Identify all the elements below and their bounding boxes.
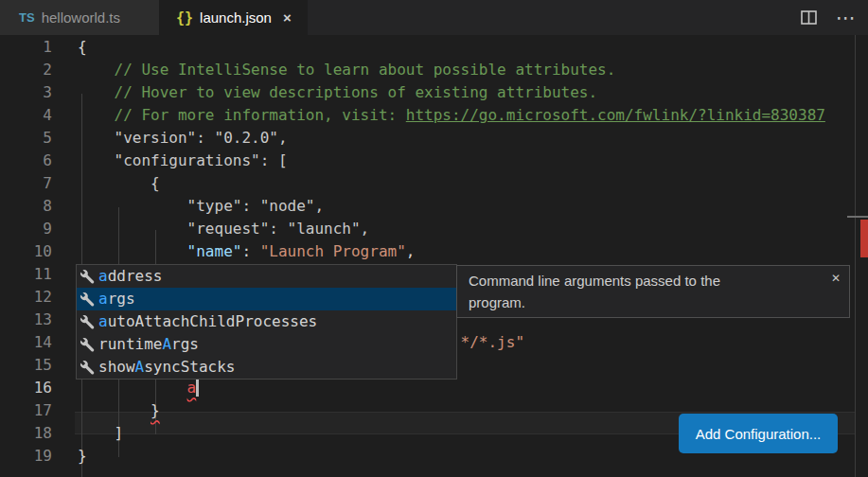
code-text: "version": "0.2.0",: [78, 127, 288, 150]
code-line-3[interactable]: 3 // Hover to view descriptions of exist…: [0, 81, 868, 104]
suggest-item-autoAttachChildProcesses[interactable]: autoAttachChildProcesses: [77, 310, 456, 333]
code-line-8[interactable]: 8 "type": "node",: [0, 195, 868, 218]
code-text: // For more information, visit: https://…: [78, 104, 825, 127]
suggest-docs: Command line arguments passed to the pro…: [456, 265, 850, 318]
code-line-1[interactable]: 1{: [0, 36, 868, 59]
line-number[interactable]: 19: [0, 445, 52, 468]
line-number[interactable]: 6: [0, 150, 52, 172]
tab-helloworld-ts[interactable]: TS helloworld.ts: [0, 0, 159, 35]
suggest-docs-text: Command line arguments passed to the pro…: [469, 270, 781, 313]
wrench-icon: [80, 292, 96, 308]
json-braces-icon: {}: [176, 9, 193, 26]
line-number[interactable]: 2: [0, 59, 52, 81]
line-number[interactable]: 3: [0, 81, 52, 104]
code-text: a: [78, 377, 199, 399]
code-line-9[interactable]: 9 "request": "launch",: [0, 218, 868, 240]
wrench-icon: [80, 360, 96, 376]
code-line-5[interactable]: 5 "version": "0.2.0",: [0, 127, 868, 150]
typescript-file-icon: TS: [19, 10, 35, 25]
add-configuration-button[interactable]: Add Configuration...: [679, 414, 838, 453]
line-number[interactable]: 15: [0, 354, 52, 377]
code-text: }: [78, 399, 160, 422]
code-text: ]: [78, 422, 123, 445]
wrench-icon: [80, 337, 96, 353]
wrench-icon: [80, 314, 96, 330]
line-number[interactable]: 8: [0, 195, 52, 218]
text-cursor: [196, 379, 199, 397]
editor-pane[interactable]: 1{2 // Use IntelliSense to learn about p…: [0, 35, 868, 477]
code-text: "request": "launch",: [78, 218, 369, 240]
line-number[interactable]: 9: [0, 218, 52, 240]
tab-label: helloworld.ts: [42, 9, 120, 26]
line-number[interactable]: 12: [0, 286, 52, 309]
code-text: }: [78, 445, 87, 468]
suggest-item-runtimeArgs[interactable]: runtimeArgs: [77, 333, 456, 356]
overview-ruler[interactable]: [855, 35, 856, 477]
line-number[interactable]: 13: [0, 309, 52, 331]
line-number[interactable]: 1: [0, 36, 52, 59]
docs-close-icon[interactable]: ✕: [831, 268, 841, 290]
suggest-widget: addressargsautoAttachChildProcessesrunti…: [76, 264, 457, 380]
code-text: {: [78, 36, 87, 59]
line-number[interactable]: 7: [0, 172, 52, 195]
code-line-4[interactable]: 4 // For more information, visit: https:…: [0, 104, 868, 127]
code-line-6[interactable]: 6 "configurations": [: [0, 150, 868, 172]
close-tab-icon[interactable]: ×: [283, 9, 292, 26]
tab-label: launch.json: [200, 9, 272, 26]
code-line-10[interactable]: 10 "name": "Launch Program",: [0, 240, 868, 263]
code-line-7[interactable]: 7 {: [0, 172, 868, 195]
line-number[interactable]: 11: [0, 263, 52, 286]
line-number[interactable]: 5: [0, 127, 52, 150]
code-text: "type": "node",: [78, 195, 324, 218]
line-number[interactable]: 16: [0, 377, 52, 399]
line-number[interactable]: 10: [0, 240, 52, 263]
more-actions-icon[interactable]: ⋯: [836, 8, 857, 27]
suggest-item-showAsyncStacks[interactable]: showAsyncStacks: [77, 356, 456, 379]
line-number[interactable]: 18: [0, 422, 52, 445]
code-text: // Use IntelliSense to learn about possi…: [78, 59, 615, 81]
tab-launch-json[interactable]: {} launch.json ×: [159, 0, 308, 35]
wrench-icon: [80, 269, 96, 285]
editor-actions: ⋯: [801, 0, 868, 35]
split-editor-icon[interactable]: [801, 10, 817, 25]
tab-bar: TS helloworld.ts {} launch.json × ⋯: [0, 0, 868, 35]
code-text: // Hover to view descriptions of existin…: [78, 81, 597, 104]
line-number[interactable]: 14: [0, 331, 52, 354]
code-text: "name": "Launch Program",: [78, 240, 415, 263]
vscode-editor-window: TS helloworld.ts {} launch.json × ⋯ 1{2 …: [0, 0, 868, 477]
suggest-item-address[interactable]: address: [77, 265, 456, 288]
suggest-item-args[interactable]: args: [77, 288, 456, 310]
line-number[interactable]: 17: [0, 399, 52, 422]
line-number[interactable]: 4: [0, 104, 52, 127]
scrollbar-slider-edge[interactable]: [847, 216, 868, 218]
code-text: {: [78, 172, 160, 195]
code-line-2[interactable]: 2 // Use IntelliSense to learn about pos…: [0, 59, 868, 81]
code-text: "configurations": [: [78, 150, 288, 172]
error-overview-marker: [860, 220, 868, 257]
code-line-16[interactable]: 16 a: [0, 377, 868, 399]
